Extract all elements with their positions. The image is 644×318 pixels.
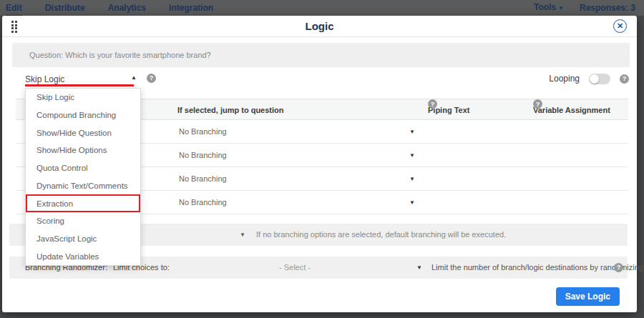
chevron-down-icon[interactable]: ▼ xyxy=(409,191,415,214)
help-icon-logic-type[interactable]: ? xyxy=(147,74,156,83)
top-nav-right: Tools▼ Responses: 3 xyxy=(534,0,635,16)
menu-item-dynamic-text-comments[interactable]: Dynamic Text/Comments xyxy=(26,177,140,195)
default-branching-note: If no branching options are selected, de… xyxy=(256,224,506,246)
toggle-knob xyxy=(590,74,599,84)
tools-menu[interactable]: Tools▼ xyxy=(534,0,564,16)
menu-item-extraction[interactable]: Extraction xyxy=(26,194,140,212)
annotation-underline-skip-logic xyxy=(25,84,134,86)
nav-item-integration[interactable]: Integration xyxy=(169,1,213,15)
close-icon[interactable]: ✕ xyxy=(613,19,627,33)
modal-title: Logic xyxy=(2,16,637,37)
nav-item-edit[interactable]: Edit xyxy=(6,1,22,16)
help-icon-variable[interactable]: ? xyxy=(533,99,542,109)
chevron-down-icon[interactable]: ▼ xyxy=(409,144,415,167)
chevron-up-icon: ▲ xyxy=(131,74,137,81)
branch-select[interactable]: No Branching xyxy=(179,167,422,191)
help-icon-piping[interactable]: ? xyxy=(428,99,437,109)
question-label: Question: Which is your favorite smartph… xyxy=(29,51,211,59)
branch-select[interactable]: No Branching xyxy=(179,120,422,144)
chevron-down-icon[interactable]: ▼ xyxy=(409,120,415,144)
menu-item-compound-branching[interactable]: Compound Branching xyxy=(26,106,140,124)
tools-label: Tools xyxy=(534,2,556,12)
menu-item-quota-control[interactable]: Quota Control xyxy=(26,159,140,177)
nav-item-analytics[interactable]: Analytics xyxy=(108,1,146,15)
menu-item-scoring[interactable]: Scoring xyxy=(26,212,140,230)
logic-modal: Logic ✕ Question: Which is your favorite… xyxy=(2,16,637,312)
nav-item-distribute[interactable]: Distribute xyxy=(45,1,85,15)
responses-count[interactable]: Responses: 3 xyxy=(580,1,635,15)
help-icon-looping[interactable]: ? xyxy=(620,74,629,84)
question-bar: Question: Which is your favorite smartph… xyxy=(12,43,630,67)
top-nav-left: Edit Distribute Analytics Integration xyxy=(6,1,213,16)
chevron-down-icon[interactable]: ▼ xyxy=(240,224,245,246)
looping-group: Looping ? xyxy=(549,72,629,85)
looping-toggle[interactable] xyxy=(589,74,610,84)
chevron-down-icon[interactable]: ▼ xyxy=(416,257,422,279)
logic-type-select[interactable]: Skip Logic ▲ xyxy=(25,72,138,85)
menu-item-show-hide-question[interactable]: Show/Hide Question xyxy=(26,124,140,141)
header-jump-to-question: If selected, jump to question xyxy=(177,99,284,121)
top-nav-bar: Edit Distribute Analytics Integration To… xyxy=(0,0,644,16)
branch-select[interactable]: No Branching xyxy=(179,144,422,167)
menu-item-extraction-label: Extraction xyxy=(36,199,73,208)
menu-item-show-hide-options[interactable]: Show/Hide Options xyxy=(26,141,140,159)
randomizer-note: Limit the number of branch/logic destina… xyxy=(431,257,644,279)
menu-item-update-variables[interactable]: Update Variables xyxy=(26,247,140,265)
menu-item-skip-logic[interactable]: Skip Logic xyxy=(26,89,140,106)
logic-type-menu: Skip Logic Compound Branching Show/Hide … xyxy=(25,88,141,266)
save-logic-button[interactable]: Save Logic xyxy=(556,287,620,306)
help-icon-randomizer[interactable]: ? xyxy=(614,263,623,272)
menu-item-javascript-logic[interactable]: JavaScript Logic xyxy=(26,230,140,248)
variable-assignment-label: Variable Assignment xyxy=(533,99,610,121)
logic-type-value: Skip Logic xyxy=(25,74,64,84)
randomizer-select[interactable]: - Select - xyxy=(279,257,311,279)
branch-select[interactable]: No Branching xyxy=(179,191,422,214)
chevron-down-icon: ▼ xyxy=(558,5,564,11)
looping-label: Looping xyxy=(549,74,580,84)
chevron-down-icon[interactable]: ▼ xyxy=(409,167,415,191)
modal-header: Logic ✕ xyxy=(2,16,637,37)
